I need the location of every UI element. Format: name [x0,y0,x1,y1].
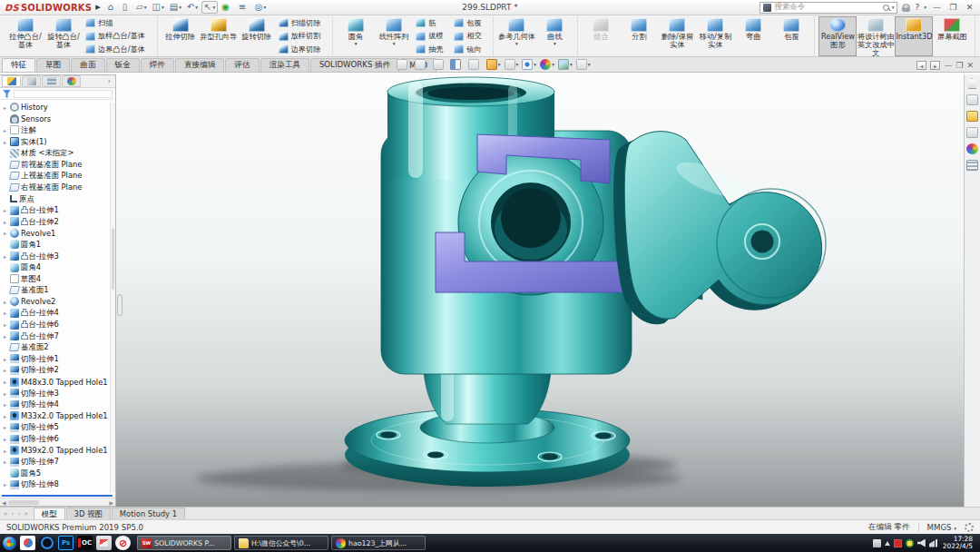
doc-restore-button[interactable]: ❐ [956,61,963,70]
ribbon-button[interactable]: 拉伸凸台/基体 ▾ [6,16,44,56]
expand-arrow-icon[interactable]: ▸ [2,253,8,260]
taskbar-task[interactable]: hao123_上网从... [331,536,426,550]
expand-arrow-icon[interactable]: ▸ [2,104,8,111]
ribbon-button[interactable]: 分割 ▾ [620,16,658,56]
ribbon-button[interactable]: 包覆 ▾ [451,16,489,30]
zoom-to-area-icon[interactable]: ▾ [415,59,429,70]
options-button[interactable]: ◎ ▾ [253,1,269,14]
file-properties-button[interactable]: ≡ ▾ [237,1,251,14]
view-palette-icon[interactable] [966,127,978,138]
filter-input[interactable] [14,90,113,98]
tree-item[interactable]: ▸ 前视基准面 Plane [2,159,115,171]
tree-item[interactable]: ▸ 切除-拉伸3 [2,388,115,399]
expand-arrow-icon[interactable]: ▸ [2,310,8,316]
view-settings-icon[interactable]: ▾ [576,59,591,70]
menu-flyout-arrow[interactable]: ▶ [95,4,100,11]
propertymanager-tab[interactable] [22,75,41,87]
blocked-app-icon[interactable]: ⊘ [115,536,131,550]
panel-collapse-arrow[interactable]: › [108,77,114,85]
save-button[interactable]: ◫ ▾ [150,1,165,14]
ribbon-button[interactable]: 扫描切除 ▾ [276,16,329,30]
tree-item[interactable]: ▸ 基准面2 [2,341,115,353]
expand-arrow-icon[interactable]: ▸ [2,207,8,213]
expand-arrow-icon[interactable]: ▸ [2,219,8,225]
expand-arrow-icon[interactable]: ▸ [2,356,8,362]
home-button[interactable]: ⌂ ▾ [106,1,119,14]
ribbon-button[interactable]: Instant3D ▾ [895,16,933,56]
expand-arrow-icon[interactable]: ▸ [2,424,8,430]
expand-arrow-icon[interactable]: ▸ [2,458,8,465]
panel-splitter-handle[interactable] [117,294,122,316]
coin-icon[interactable] [906,539,914,547]
ribbon-button[interactable]: 镜向 ▾ [451,43,489,56]
tree-item[interactable]: ▸ 凸台-拉伸7 [2,330,115,342]
tree-item[interactable]: ▸ 切除-拉伸8 [2,479,115,491]
image-viewer-icon[interactable] [96,536,112,550]
ribbon-button[interactable]: 移动/复制实体 ▾ [696,16,734,56]
expand-arrow-icon[interactable]: ▸ [2,379,8,385]
scrollbar-thumb[interactable] [112,228,114,291]
tree-item[interactable]: ▸ 材质 <未指定> [2,147,115,159]
expand-arrow-icon[interactable]: ▸ [2,481,8,488]
ribbon-button[interactable]: 放样凸台/基体 ▾ [83,30,153,44]
restore-button[interactable]: ❐ [947,2,959,14]
tree-item[interactable]: ▸ M39x2.0 Tapped Hole1 [2,445,115,457]
expand-arrow-icon[interactable]: ▸ [2,401,8,408]
ribbon-button[interactable]: 拔模 ▾ [413,30,451,44]
collapse-left-pane-button[interactable]: ◂ [916,61,926,70]
tree-item[interactable]: ▸ 切除-拉伸7 [2,456,115,468]
graphics-area[interactable] [0,73,980,507]
scrollbar-thumb[interactable] [8,500,39,505]
ribbon-button[interactable]: 参考几何体 ▾ [497,16,535,56]
expand-arrow-icon[interactable]: ▸ [2,299,8,305]
ribbon-button[interactable]: 扫描 ▾ [83,16,153,30]
tree-item[interactable]: ▸ M48x3.0 Tapped Hole1 [2,376,115,388]
tree-item[interactable]: ▸ 注解 [2,124,115,136]
tree-item[interactable]: ▸ 切除-拉伸1 [2,353,115,365]
tree-item[interactable]: ▸ 圆角4 [2,261,115,273]
search-input[interactable]: 搜索命令 [774,2,879,13]
tree-item[interactable]: ▸ 切除-拉伸6 [2,433,115,445]
tree-item[interactable]: ▸ 凸台-拉伸3 [2,251,115,262]
command-tab[interactable]: 特征 [2,58,35,72]
ribbon-button[interactable]: 圆角 ▾ [337,16,375,56]
network-icon[interactable] [929,539,937,547]
search-commands-box[interactable]: 搜索命令 ▾ [760,2,897,14]
tree-item[interactable]: ▸ 凸台-拉伸6 [2,319,115,330]
open-file-button[interactable]: ▱ ▾ [134,1,148,14]
ribbon-button[interactable]: 旋转切除 ▾ [238,16,276,56]
search-icon[interactable] [883,5,889,11]
zoom-to-fit-icon[interactable]: ▾ [397,59,411,70]
edit-appearance-icon[interactable]: ▾ [540,59,554,70]
select-button[interactable]: ↖ ▾ [201,1,218,14]
ribbon-button[interactable]: 拉伸切除 ▾ [162,16,200,56]
command-tab[interactable]: 直接编辑 [175,58,224,72]
tree-item[interactable]: ▸ History [2,102,115,113]
security-icon[interactable] [894,539,902,547]
new-file-button[interactable]: ▯ ▾ [121,1,132,14]
ribbon-button[interactable]: 边界凸台/基体 ▾ [83,43,153,56]
tree-item[interactable]: ▸ Sensors [2,113,115,125]
tree-item[interactable]: ▸ M33x2.0 Tapped Hole1 [2,410,115,422]
undo-button[interactable]: ↶ ▾ [185,1,200,14]
apply-scene-icon[interactable]: ▾ [558,59,573,70]
document-tab[interactable]: 模型 [34,508,65,519]
tree-item[interactable]: ▸ 右视基准面 Plane [2,182,115,193]
display-style-icon[interactable]: ▾ [505,59,519,70]
command-tab[interactable]: 评估 [225,58,259,72]
expand-arrow-icon[interactable]: ▸ [2,436,8,442]
start-button[interactable] [3,537,16,550]
filter-icon[interactable] [3,90,11,98]
ribbon-button[interactable]: 异型孔向导 ▾ [200,16,238,56]
section-view-icon[interactable]: ▾ [450,59,465,70]
ribbon-button[interactable]: 弯曲 ▾ [734,16,772,56]
units-selector[interactable]: MMGS ▾ [927,523,956,532]
hide-show-items-icon[interactable]: ▾ [522,59,536,70]
photoshop-icon[interactable]: Ps [58,536,74,550]
expand-arrow-icon[interactable]: ▸ [2,448,8,454]
tree-item[interactable]: ▸ 切除-拉伸4 [2,399,115,410]
ribbon-button[interactable]: 边界切除 ▾ [276,43,329,56]
document-tab[interactable]: 3D 视图 [66,508,111,519]
ribbon-button[interactable]: 屏幕截图 ▾ [933,16,971,56]
help-dropdown-arrow[interactable]: ▾ [924,5,926,10]
